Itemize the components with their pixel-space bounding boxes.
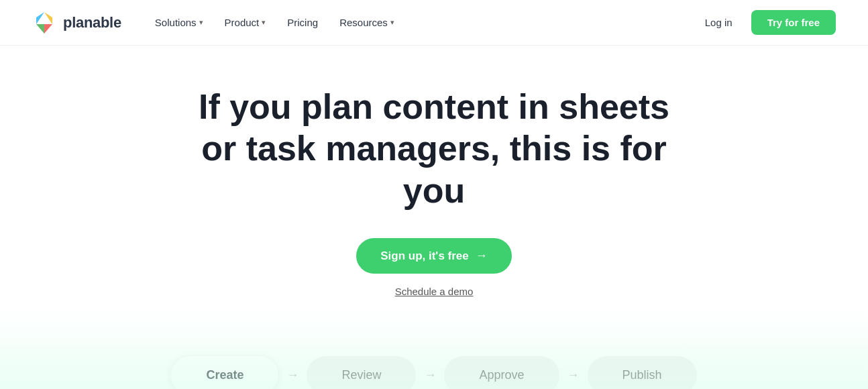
svg-marker-0 [44, 12, 52, 24]
navbar: planable Solutions ▾ Product ▾ Pricing R… [0, 0, 868, 46]
chevron-down-icon: ▾ [390, 18, 394, 27]
nav-links: Solutions ▾ Product ▾ Pricing Resources … [146, 11, 697, 34]
step-approve[interactable]: Approve [444, 356, 559, 389]
svg-marker-2 [36, 24, 44, 34]
svg-marker-3 [44, 24, 52, 34]
workflow-steps: Create → Review → Approve → Publish [0, 356, 868, 389]
hero-section: If you plan content in sheets or task ma… [0, 46, 868, 356]
try-for-free-button[interactable]: Try for free [751, 10, 836, 35]
logo-icon [32, 11, 56, 35]
nav-item-solutions[interactable]: Solutions ▾ [146, 11, 213, 34]
step-arrow-3: → [559, 368, 588, 382]
step-review[interactable]: Review [307, 356, 416, 389]
hero-title: If you plan content in sheets or task ma… [179, 86, 689, 211]
step-arrow-2: → [416, 368, 444, 382]
login-button[interactable]: Log in [697, 11, 741, 34]
svg-marker-1 [36, 12, 44, 24]
logo-text: planable [63, 14, 121, 32]
logo[interactable]: planable [32, 11, 121, 35]
arrow-icon: → [476, 249, 488, 263]
nav-right: Log in Try for free [697, 10, 836, 35]
signup-button[interactable]: Sign up, it's free → [356, 238, 512, 274]
step-create[interactable]: Create [171, 356, 278, 389]
step-arrow-1: → [278, 368, 307, 382]
chevron-down-icon: ▾ [262, 18, 266, 27]
nav-item-resources[interactable]: Resources ▾ [330, 11, 404, 34]
nav-item-pricing[interactable]: Pricing [278, 11, 327, 34]
chevron-down-icon: ▾ [199, 18, 203, 27]
schedule-demo-link[interactable]: Schedule a demo [395, 286, 474, 297]
step-publish[interactable]: Publish [588, 356, 697, 389]
nav-item-product[interactable]: Product ▾ [215, 11, 276, 34]
